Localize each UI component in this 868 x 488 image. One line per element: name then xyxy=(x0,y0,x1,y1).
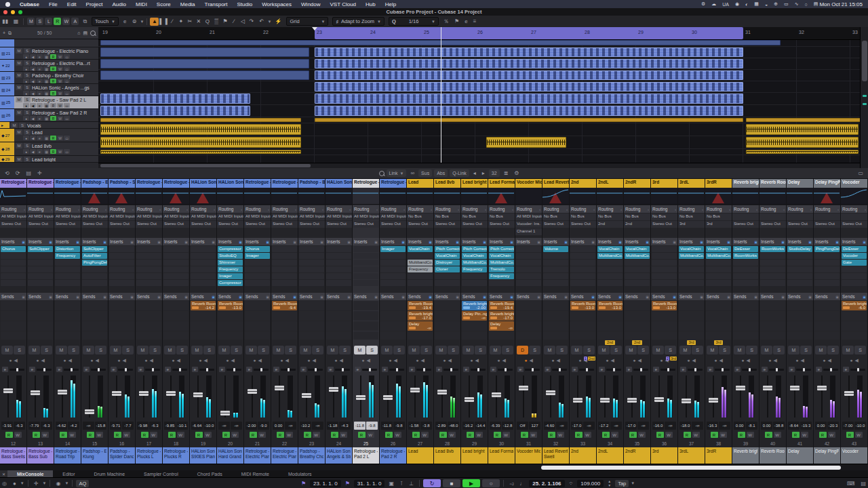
channel-name-bottom[interactable]: Retrologue -Bass Swells xyxy=(0,447,26,464)
record-enable-icon[interactable]: ● xyxy=(334,358,337,363)
track-row-halion-sonic-angels-gs[interactable]: ▥24MSHALion Sonic - Angels ...gs●◀e▦RW▭ xyxy=(0,84,98,96)
send-slot-empty[interactable] xyxy=(28,331,53,340)
insert-slot-softclipper[interactable]: SoftClipper xyxy=(82,246,107,252)
insert-slot-empty[interactable] xyxy=(55,280,80,286)
insert-slot-empty[interactable] xyxy=(326,253,351,259)
input-routing[interactable]: All MIDI Inputs xyxy=(81,214,108,220)
automation-panel-icon[interactable]: ⧉ xyxy=(81,18,89,25)
edit-channel-button[interactable]: e xyxy=(463,367,469,372)
l-state-button[interactable]: L xyxy=(45,18,52,25)
inserts-rack-header[interactable]: Inserts▣ xyxy=(841,238,867,245)
routing-rack-header[interactable]: Routing‹ xyxy=(54,205,81,213)
send-slot-empty[interactable] xyxy=(516,301,541,310)
input-routing[interactable]: No Bus xyxy=(570,214,596,220)
send-slot-empty[interactable] xyxy=(28,301,53,310)
channel-name-bottom[interactable]: 3rdR xyxy=(705,447,732,464)
iterative-quantize-icon[interactable]: ％ xyxy=(441,18,451,25)
write-automation-button[interactable]: W xyxy=(692,432,700,438)
send-slot-reverb-room[interactable]: Reverb Room-13.0 xyxy=(597,301,623,310)
mute-button[interactable]: M xyxy=(625,346,637,354)
lane-button[interactable]: ▭ xyxy=(64,66,70,71)
write-automation-button[interactable]: W xyxy=(828,432,835,438)
solo-button[interactable]: S xyxy=(800,346,812,354)
folder-event[interactable] xyxy=(746,118,860,122)
monitor-icon[interactable]: ◀ xyxy=(312,358,315,363)
insert-slot-empty[interactable] xyxy=(814,266,840,272)
mixer-search-icon[interactable] xyxy=(379,171,384,176)
send-slot-empty[interactable] xyxy=(109,301,134,310)
menu-item-help[interactable]: Help xyxy=(380,1,401,7)
write-automation-button[interactable]: W xyxy=(367,432,374,438)
mute-button[interactable]: M xyxy=(16,85,22,90)
sends-rack-header[interactable]: Sends▣ xyxy=(570,293,596,300)
insert-slot-empty[interactable] xyxy=(326,280,351,286)
routing-expand-icon[interactable]: ‹ xyxy=(648,207,649,211)
insert-slot-empty[interactable] xyxy=(408,253,433,259)
edit-channel-button[interactable]: e xyxy=(545,367,551,372)
fader-handle[interactable] xyxy=(465,397,474,402)
sends-rack-header[interactable]: Sends▣ xyxy=(841,293,867,300)
peak-value[interactable]: -9.8 xyxy=(366,422,378,430)
send-slot-empty[interactable] xyxy=(733,321,758,331)
insert-slot-autofilter[interactable]: AutoFilter xyxy=(82,253,107,259)
instrument-button[interactable]: ▦ xyxy=(43,79,50,83)
lane-track-7[interactable] xyxy=(98,117,860,123)
routing-expand-icon[interactable]: ‹ xyxy=(566,207,568,211)
input-routing[interactable] xyxy=(732,214,759,220)
peak-value[interactable]: -4.3 xyxy=(339,422,351,430)
record-enable-icon[interactable]: ● xyxy=(226,358,229,363)
metronome-icon[interactable]: ♩ xyxy=(517,481,527,487)
channel-name-top[interactable]: Retrologue - S. xyxy=(163,179,189,188)
write-automation-button[interactable]: W xyxy=(448,432,456,438)
output-routing[interactable]: Stereo Out xyxy=(298,221,325,228)
w-state-button[interactable]: W xyxy=(62,18,70,25)
solo-button[interactable]: S xyxy=(854,346,866,354)
record-enable-icon[interactable]: ● xyxy=(389,358,391,363)
fader-handle[interactable] xyxy=(85,409,94,414)
instrument-button[interactable]: ▦ xyxy=(43,136,50,140)
fader-handle[interactable] xyxy=(112,391,121,396)
insert-slot-vocalchain[interactable]: VocalChain xyxy=(679,246,704,252)
channel-name-bottom[interactable]: Padshop -Spider Dance xyxy=(108,447,135,464)
insert-slot-empty[interactable] xyxy=(842,273,867,279)
edit-channel-button[interactable]: e xyxy=(789,367,795,372)
insert-slot-vocalchain[interactable]: VocalChain xyxy=(489,253,514,259)
mute-button[interactable]: M xyxy=(11,123,18,128)
edit-channel-button[interactable]: e xyxy=(355,367,361,372)
inserts-rack-header[interactable]: Inserts▣ xyxy=(380,238,406,245)
inserts-rack-header[interactable]: Inserts▣ xyxy=(54,238,81,245)
insert-slot-distroyer[interactable]: Distroyer xyxy=(435,260,460,266)
insert-slot-studioeq[interactable]: StudioEQ xyxy=(218,253,243,259)
insert-slot-shimmer[interactable]: Shimmer xyxy=(218,260,243,266)
pan-slider[interactable] xyxy=(118,369,133,371)
send-slot-empty[interactable] xyxy=(679,321,704,331)
input-routing[interactable]: All MIDI Inputs xyxy=(54,214,81,220)
channel-strip-retrologue-electric-piano-tap[interactable]: Retrologue - El.Routing‹All MIDI InputsS… xyxy=(271,179,298,464)
insert-slot-multibandco-or[interactable]: MultibandCo..or xyxy=(679,253,704,259)
eq-curve-display[interactable] xyxy=(651,188,677,205)
pan-handle[interactable] xyxy=(857,368,859,371)
channel-name-bottom[interactable]: Retrologue -Electric Piano Tap xyxy=(271,447,298,464)
write-automation-button[interactable]: W xyxy=(774,432,781,438)
channel-name-top[interactable]: 3rdR xyxy=(705,179,732,188)
solo-button[interactable]: S xyxy=(610,346,622,354)
solo-button[interactable]: S xyxy=(24,73,31,78)
insert-slot-empty[interactable] xyxy=(191,253,216,259)
send-slot-empty[interactable] xyxy=(787,321,812,331)
track-row-lead-8vb[interactable]: ◆28MSLead 8vb●◀e▦RW▭ xyxy=(0,142,98,156)
read-automation-button[interactable]: R xyxy=(765,432,772,438)
output-routing[interactable]: Stereo Out xyxy=(434,221,460,228)
eq-curve-display[interactable] xyxy=(190,188,216,205)
sends-rack-header[interactable]: Sends▣ xyxy=(705,293,732,300)
record-enable-icon[interactable]: ● xyxy=(470,358,473,363)
midi-event[interactable] xyxy=(100,106,250,116)
routing-rack-header[interactable]: Routing‹ xyxy=(380,205,406,213)
edit-channel-button[interactable]: e xyxy=(436,367,442,372)
mute-button[interactable]: M xyxy=(28,346,40,354)
mixer-undo-icon[interactable]: ⟲ xyxy=(3,170,12,176)
channel-strip-lead-reverb-swell[interactable]: Lead Reverb S.Routing‹No BusStereo OutIn… xyxy=(542,179,570,464)
tab-mixconsole[interactable]: MixConsole xyxy=(7,470,53,477)
tool-9-icon[interactable]: ∕ xyxy=(229,18,238,26)
insert-slot-empty[interactable] xyxy=(570,253,595,259)
pan-handle[interactable] xyxy=(315,368,317,371)
